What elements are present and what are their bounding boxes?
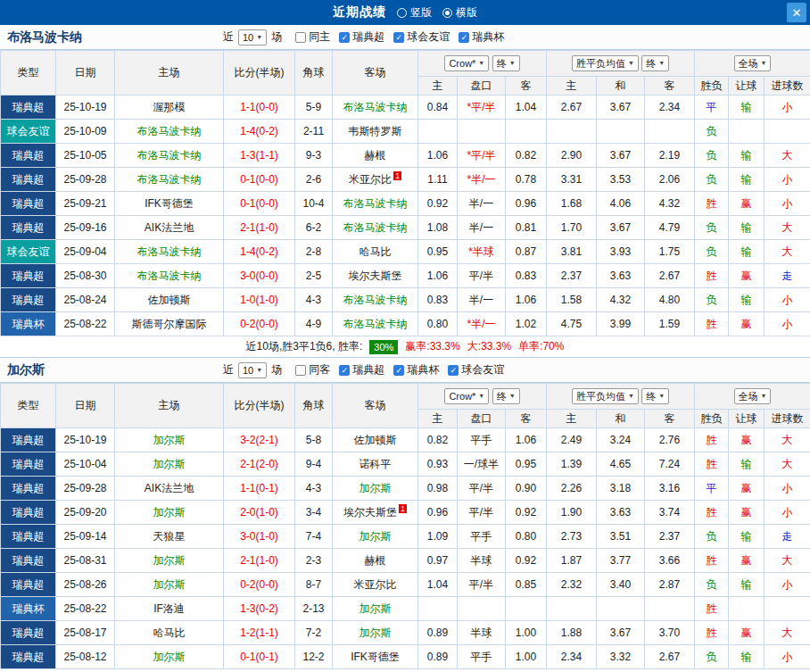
- filter-checkbox[interactable]: 同客: [295, 362, 330, 377]
- odds-final-select[interactable]: 终▼: [492, 55, 520, 71]
- radio-vertical-layout[interactable]: 竖版: [397, 5, 432, 21]
- cell-odds-handicap: *半/一: [458, 312, 506, 336]
- cell-corners: 7-2: [295, 621, 333, 645]
- cell-result-goals: 大: [765, 144, 810, 168]
- cell-odds-home: 0.92: [418, 192, 458, 216]
- cell-score: 1-1(0-0): [224, 95, 295, 120]
- radio-horizontal-layout[interactable]: 横版: [442, 5, 477, 21]
- filter-label: 同主: [309, 29, 330, 45]
- match-row: 瑞典超25-08-31加尔斯2-1(1-0)2-3赫根0.97半球0.921.8…: [1, 549, 810, 573]
- cell-result-goals: 小: [765, 573, 810, 597]
- filter-checkbox[interactable]: ✓球会友谊: [393, 29, 450, 45]
- filter-checkbox[interactable]: ✓瑞典超: [339, 362, 384, 377]
- cell-result-outcome: 平: [695, 477, 729, 501]
- avg-final-select[interactable]: 终▼: [641, 388, 669, 404]
- cell-result-handicap: 输: [729, 645, 765, 669]
- cell-result-handicap: 赢: [729, 428, 765, 452]
- cell-date: 25-10-04: [56, 452, 115, 477]
- cell-date: 25-08-31: [56, 549, 115, 573]
- cell-odds-home: 0.89: [418, 645, 458, 669]
- near-label: 近: [223, 29, 234, 45]
- cell-odds-home: 0.97: [418, 549, 458, 573]
- cell-odds-home: 0.80: [418, 312, 458, 336]
- sub-header-avg-home: 主: [547, 410, 597, 428]
- cell-avg-draw: 3.53: [597, 168, 645, 192]
- cell-result-handicap: 输: [729, 288, 765, 312]
- filter-checkbox[interactable]: 同主: [295, 29, 330, 45]
- cell-league-type: 瑞典超: [1, 573, 56, 597]
- cell-home-team: 布洛马波卡纳: [115, 144, 224, 168]
- close-button[interactable]: ✕: [787, 3, 806, 22]
- cell-odds-away: 1.00: [506, 645, 547, 669]
- match-row: 瑞典杯25-08-22IF洛迪1-3(0-2)2-13加尔斯胜: [1, 597, 810, 621]
- cell-odds-away: 0.85: [506, 573, 547, 597]
- cell-score: 0-1(0-0): [224, 192, 295, 216]
- cell-odds-handicap: 平/半: [458, 264, 506, 288]
- cell-home-team: 哈马比: [115, 621, 224, 645]
- filter-checkbox[interactable]: ✓瑞典超: [339, 29, 384, 45]
- cell-avg-draw: 3.51: [597, 525, 645, 549]
- games-count-select[interactable]: 10 ▼: [238, 29, 267, 46]
- cell-away-team: 布洛马波卡纳: [333, 216, 418, 240]
- cell-result-outcome: 负: [695, 144, 729, 168]
- cell-date: 25-08-22: [56, 312, 115, 336]
- cell-odds-handicap: 半/一: [458, 216, 506, 240]
- cell-home-team: 布洛马波卡纳: [115, 120, 224, 144]
- cell-score: 3-2(2-1): [224, 428, 295, 452]
- cell-league-type: 瑞典超: [1, 452, 56, 477]
- sub-header-odds-home: 主: [418, 77, 458, 95]
- cell-away-team: 加尔斯: [333, 525, 418, 549]
- cell-away-team: 加尔斯: [333, 597, 418, 621]
- radio-unselected-icon: [397, 8, 407, 18]
- sub-header-avg-home: 主: [547, 77, 597, 95]
- cell-odds-handicap: 平手: [458, 525, 506, 549]
- away-team-name: 米亚尔比: [349, 173, 392, 186]
- cell-odds-home: [418, 597, 458, 621]
- cell-score: 3-0(1-0): [224, 525, 295, 549]
- filter-checkbox[interactable]: ✓瑞典杯: [459, 29, 504, 45]
- cell-avg-away: 2.67: [645, 645, 695, 669]
- cell-odds-away: 0.80: [506, 525, 547, 549]
- odds-final-select[interactable]: 终▼: [492, 388, 520, 404]
- avg-odds-select[interactable]: 胜平负均值▼: [572, 55, 639, 71]
- odds-provider-select[interactable]: Crow*▼: [444, 55, 489, 71]
- cell-date: 25-10-09: [56, 120, 115, 144]
- cell-home-team: AIK法兰地: [115, 216, 224, 240]
- home-team-name: 加尔斯: [153, 554, 186, 567]
- avg-final-select[interactable]: 终▼: [641, 55, 669, 71]
- cell-date: 25-08-30: [56, 264, 115, 288]
- match-row: 瑞典超25-10-19加尔斯3-2(2-1)5-8佐加顿斯0.82平手1.062…: [1, 428, 810, 452]
- cell-avg-draw: 3.67: [597, 95, 645, 120]
- away-team-name: 埃尔夫斯堡: [343, 506, 397, 519]
- home-team-name: 斯德哥尔摩国际: [132, 318, 207, 330]
- cell-result-handicap: 赢: [729, 621, 765, 645]
- home-team-name: IF洛迪: [153, 602, 185, 615]
- cell-odds-away: 0.78: [506, 168, 547, 192]
- games-count-select[interactable]: 10 ▼: [238, 362, 267, 378]
- full-match-select[interactable]: 全场▼: [734, 55, 772, 71]
- cell-score: 2-0(1-0): [224, 501, 295, 525]
- cell-score: 1-2(1-1): [224, 621, 295, 645]
- cell-home-team: 布洛马波卡纳: [115, 240, 224, 264]
- cell-odds-away: 1.06: [506, 428, 547, 452]
- cell-avg-away: 3.16: [645, 477, 695, 501]
- cell-avg-draw: 4.65: [597, 452, 645, 477]
- cell-odds-handicap: *平/半: [458, 144, 506, 168]
- cell-odds-home: 0.93: [418, 452, 458, 477]
- filter-checkbox-group: 同主✓瑞典超✓球会友谊✓瑞典杯: [286, 29, 504, 45]
- filter-label: 球会友谊: [407, 29, 450, 45]
- odds-provider-select[interactable]: Crow*▼: [444, 388, 489, 404]
- cell-avg-away: 1.75: [645, 240, 695, 264]
- filter-checkbox[interactable]: ✓球会友谊: [448, 362, 504, 377]
- full-match-select[interactable]: 全场▼: [734, 388, 772, 404]
- full-match-header: 全场▼: [695, 384, 810, 410]
- chevron-down-icon: ▼: [256, 31, 262, 44]
- away-team-name: 加尔斯: [360, 626, 392, 639]
- cell-result-outcome: 胜: [695, 549, 729, 573]
- red-card-badge: 1: [393, 171, 401, 180]
- avg-odds-select[interactable]: 胜平负均值▼: [572, 388, 639, 404]
- chevron-down-icon: ▼: [658, 390, 665, 402]
- filter-checkbox[interactable]: ✓瑞典杯: [393, 362, 439, 377]
- checkbox-icon: [295, 365, 306, 376]
- cell-avg-home: [547, 120, 597, 144]
